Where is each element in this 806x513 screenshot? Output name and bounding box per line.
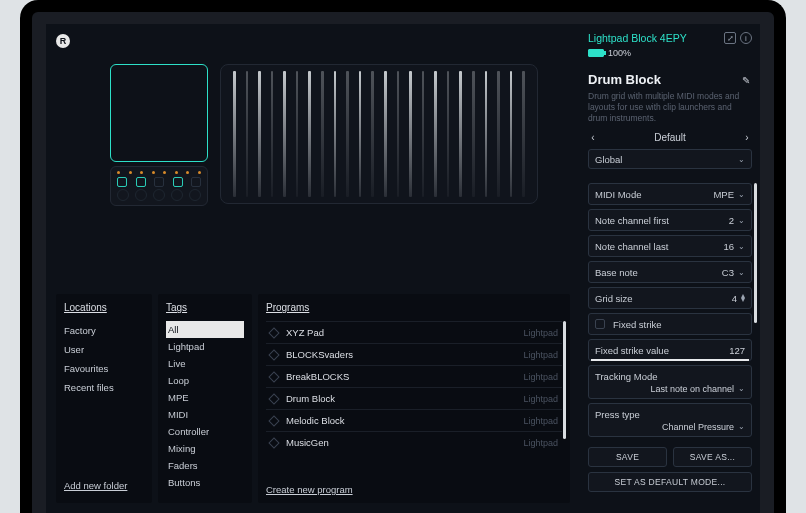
location-item[interactable]: Favourites <box>64 359 144 378</box>
program-row[interactable]: Drum BlockLightpad <box>266 387 562 409</box>
location-item[interactable]: Factory <box>64 321 144 340</box>
programs-scrollbar[interactable] <box>563 321 566 439</box>
tag-item[interactable]: Lightpad <box>166 338 244 355</box>
parameter-scrollbar[interactable] <box>754 183 757 323</box>
seaboard-preview[interactable] <box>220 64 538 204</box>
tag-item[interactable]: Loop <box>166 372 244 389</box>
favourite-icon[interactable] <box>268 327 279 338</box>
param-fixed-strike-value[interactable]: Fixed strike value 127 <box>588 339 752 361</box>
program-kind: Lightpad <box>523 394 558 404</box>
left-column: R <box>46 24 580 513</box>
led-dot <box>186 171 189 174</box>
create-new-program-link[interactable]: Create new program <box>266 478 562 495</box>
tag-item[interactable]: Mixing <box>166 440 244 457</box>
program-kind: Lightpad <box>523 350 558 360</box>
param-tracking-mode[interactable]: Tracking Mode Last note on channel⌄ <box>588 365 752 399</box>
program-row[interactable]: XYZ PadLightpad <box>266 321 562 343</box>
param-base-note[interactable]: Base note C3⌄ <box>588 261 752 283</box>
param-fixed-strike[interactable]: Fixed strike <box>588 313 752 335</box>
expand-icon[interactable]: ⤢ <box>724 32 736 44</box>
round-button[interactable] <box>117 189 129 201</box>
chevron-down-icon: ⌄ <box>738 422 745 431</box>
program-description: Drum grid with multiple MIDI modes and l… <box>588 91 752 124</box>
add-new-folder-link[interactable]: Add new folder <box>64 476 144 495</box>
param-grid-size[interactable]: Grid size 4▴▾ <box>588 287 752 309</box>
round-button[interactable] <box>153 189 165 201</box>
mode-icon[interactable] <box>117 177 127 187</box>
tag-item[interactable]: All <box>166 321 244 338</box>
checkbox-icon[interactable] <box>595 319 605 329</box>
favourite-icon[interactable] <box>268 437 279 448</box>
location-item[interactable]: User <box>64 340 144 359</box>
favourite-icon[interactable] <box>268 393 279 404</box>
tag-item[interactable]: Controller <box>166 423 244 440</box>
chevron-down-icon: ⌄ <box>738 268 745 277</box>
app-window: R <box>46 24 760 513</box>
inspector-panel: Lightpad Block 4EPY ⤢ i 100% Drum Block … <box>580 24 760 513</box>
scope-select[interactable]: Global ⌄ <box>588 149 752 169</box>
next-preset-button[interactable]: › <box>742 132 752 143</box>
chevron-down-icon: ⌄ <box>738 190 745 199</box>
led-dot <box>163 171 166 174</box>
tag-item[interactable]: Faders <box>166 457 244 474</box>
set-default-mode-button[interactable]: SET AS DEFAULT MODE... <box>588 472 752 492</box>
battery-status: 100% <box>588 48 752 58</box>
locations-header: Locations <box>64 302 144 313</box>
mode-icon[interactable] <box>173 177 183 187</box>
laptop-frame: R <box>20 0 786 513</box>
program-row[interactable]: Melodic BlockLightpad <box>266 409 562 431</box>
led-dot <box>140 171 143 174</box>
favourite-icon[interactable] <box>268 349 279 360</box>
chevron-down-icon: ⌄ <box>738 216 745 225</box>
mode-icon[interactable] <box>136 177 146 187</box>
program-kind: Lightpad <box>523 416 558 426</box>
scope-value: Global <box>595 154 622 165</box>
mode-icon[interactable] <box>191 177 201 187</box>
save-button[interactable]: SAVE <box>588 447 667 467</box>
info-icon[interactable]: i <box>740 32 752 44</box>
prev-preset-button[interactable]: ‹ <box>588 132 598 143</box>
chevron-down-icon: ⌄ <box>738 384 745 393</box>
tag-item[interactable]: MPE <box>166 389 244 406</box>
favourite-icon[interactable] <box>268 371 279 382</box>
program-kind: Lightpad <box>523 328 558 338</box>
mode-icon[interactable] <box>154 177 164 187</box>
round-button[interactable] <box>171 189 183 201</box>
stepper-icon: ▴▾ <box>741 294 745 302</box>
program-row[interactable]: BLOCKSvadersLightpad <box>266 343 562 365</box>
favourite-icon[interactable] <box>268 415 279 426</box>
program-row[interactable]: BreakBLOCKSLightpad <box>266 365 562 387</box>
round-button[interactable] <box>189 189 201 201</box>
tags-panel: Tags AllLightpadLiveLoopMPEMIDIControlle… <box>158 294 252 503</box>
led-dot <box>175 171 178 174</box>
param-note-channel-first[interactable]: Note channel first 2⌄ <box>588 209 752 231</box>
led-dot <box>117 171 120 174</box>
tag-item[interactable]: Live <box>166 355 244 372</box>
program-row[interactable]: MusicGenLightpad <box>266 431 562 453</box>
programs-header: Programs <box>266 302 562 313</box>
param-note-channel-last[interactable]: Note channel last 16⌄ <box>588 235 752 257</box>
lightpad-control-strip[interactable] <box>110 166 208 206</box>
program-kind: Lightpad <box>523 372 558 382</box>
round-button[interactable] <box>135 189 147 201</box>
locations-panel: Locations FactoryUserFavouritesRecent fi… <box>56 294 152 503</box>
param-press-type[interactable]: Press type Channel Pressure⌄ <box>588 403 752 437</box>
param-midi-mode[interactable]: MIDI Mode MPE⌄ <box>588 183 752 205</box>
programs-panel: Programs XYZ PadLightpadBLOCKSvadersLigh… <box>258 294 570 503</box>
program-name: BreakBLOCKS <box>286 371 523 382</box>
led-dot <box>152 171 155 174</box>
program-name: BLOCKSvaders <box>286 349 523 360</box>
save-as-button[interactable]: SAVE AS... <box>673 447 752 467</box>
preset-name: Default <box>654 132 686 143</box>
program-name: XYZ Pad <box>286 327 523 338</box>
tag-item[interactable]: MIDI <box>166 406 244 423</box>
edit-icon[interactable]: ✎ <box>742 75 752 85</box>
program-name: MusicGen <box>286 437 523 448</box>
lightpad-surface[interactable] <box>110 64 208 162</box>
program-kind: Lightpad <box>523 438 558 448</box>
tag-item[interactable]: Buttons <box>166 474 244 491</box>
location-item[interactable]: Recent files <box>64 378 144 397</box>
program-name: Melodic Block <box>286 415 523 426</box>
lightpad-block-preview[interactable] <box>110 64 208 294</box>
parameter-list: MIDI Mode MPE⌄ Note channel first 2⌄ Not… <box>588 183 752 437</box>
